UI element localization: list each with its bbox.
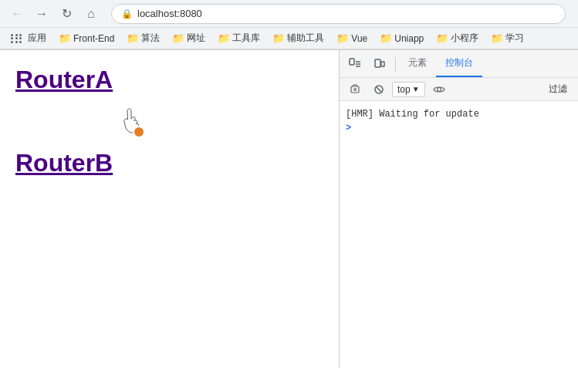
bookmark-algorithm[interactable]: 📁 算法 (122, 30, 164, 46)
folder-icon: 📁 (59, 32, 71, 44)
address-bar[interactable]: 🔒 localhost:8080 (111, 4, 566, 24)
bookmark-apps[interactable]: 应用 (6, 30, 51, 46)
folder-icon: 📁 (218, 32, 230, 44)
bookmark-frontend-label: Front-End (73, 33, 114, 44)
bookmark-frontend[interactable]: 📁 Front-End (54, 31, 119, 46)
reload-button[interactable]: ↻ (56, 3, 77, 25)
devtools-panel: 元素 控制台 top (339, 50, 578, 368)
bookmark-miniprogram[interactable]: 📁 小程序 (431, 30, 483, 46)
bookmark-url-label: 网址 (187, 32, 205, 45)
tab-console[interactable]: 控制台 (436, 50, 482, 77)
bookmark-algorithm-label: 算法 (141, 32, 160, 45)
folder-icon: 📁 (380, 32, 392, 44)
bookmark-tools-label: 工具库 (232, 32, 260, 45)
bookmark-url[interactable]: 📁 网址 (167, 30, 210, 46)
context-selector[interactable]: top ▼ (392, 82, 425, 97)
svg-rect-3 (351, 86, 359, 93)
forward-button[interactable]: → (31, 3, 52, 25)
nav-bar: ← → ↻ ⌂ 🔒 localhost:8080 (0, 0, 578, 28)
folder-icon: 📁 (336, 32, 349, 44)
console-output: [HMR] Waiting for update > (340, 101, 578, 368)
console-text-hmr: [HMR] Waiting for update (346, 109, 479, 120)
bookmark-vue[interactable]: 📁 Vue (332, 31, 372, 46)
back-button[interactable]: ← (6, 3, 28, 25)
svg-rect-2 (381, 62, 384, 66)
devtools-toolbar: top ▼ 过滤 (340, 78, 578, 101)
bookmark-vue-label: Vue (351, 33, 367, 44)
console-prompt-line[interactable]: > (346, 121, 572, 135)
bookmark-assist-label: 辅助工具 (287, 32, 324, 45)
cursor-hint-circle (133, 126, 145, 138)
console-line-hmr: [HMR] Waiting for update (346, 107, 572, 121)
home-button[interactable]: ⌂ (80, 3, 102, 25)
router-b-link[interactable]: RouterB (15, 149, 323, 177)
router-a-link[interactable]: RouterA (15, 66, 323, 94)
bookmark-learn-label: 学习 (505, 32, 524, 45)
folder-icon: 📁 (436, 32, 448, 44)
bookmark-assist[interactable]: 📁 辅助工具 (268, 30, 329, 46)
bookmark-miniprogram-label: 小程序 (451, 32, 478, 45)
bookmark-learn[interactable]: 📁 学习 (486, 30, 529, 46)
svg-point-8 (437, 87, 441, 91)
lock-icon: 🔒 (121, 8, 133, 19)
folder-icon: 📁 (172, 32, 184, 44)
devtools-device-icon[interactable] (367, 55, 392, 73)
bookmark-apps-label: 应用 (28, 32, 46, 45)
filter-button[interactable]: 过滤 (544, 81, 572, 97)
bookmark-tools[interactable]: 📁 工具库 (213, 30, 265, 46)
url-text: localhost:8080 (137, 8, 202, 19)
main-area: RouterA RouterB (0, 50, 578, 368)
page-content: RouterA RouterB (0, 50, 339, 368)
eye-icon-button[interactable] (428, 83, 450, 96)
svg-rect-0 (350, 59, 354, 65)
clear-console-button[interactable] (346, 83, 366, 96)
folder-icon: 📁 (491, 32, 503, 44)
devtools-tab-separator (395, 57, 396, 71)
folder-icon: 📁 (272, 32, 285, 44)
devtools-inspect-icon[interactable] (343, 55, 367, 73)
devtools-tabs: 元素 控制台 (340, 50, 578, 78)
bookmarks-bar: 应用 📁 Front-End 📁 算法 📁 网址 📁 工具库 📁 辅助工具 📁 … (0, 28, 578, 49)
stop-button[interactable] (369, 83, 389, 96)
console-prompt-symbol: > (346, 123, 351, 133)
browser-chrome: ← → ↻ ⌂ 🔒 localhost:8080 应用 📁 Front-End … (0, 0, 578, 50)
chevron-down-icon: ▼ (412, 85, 420, 93)
bookmark-uniapp[interactable]: 📁 Uniapp (375, 31, 428, 46)
svg-line-7 (376, 86, 382, 93)
apps-grid-icon (11, 34, 22, 43)
folder-icon: 📁 (127, 32, 139, 44)
tab-elements[interactable]: 元素 (399, 50, 436, 77)
svg-rect-1 (375, 59, 380, 67)
bookmark-uniapp-label: Uniapp (394, 33, 424, 44)
